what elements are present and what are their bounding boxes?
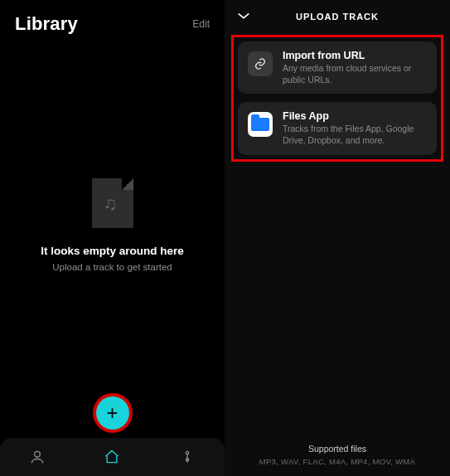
library-header: Library Edit [0, 0, 225, 35]
option-desc: Tracks from the Files App, Google Drive,… [283, 124, 427, 146]
add-track-button[interactable]: + [96, 396, 129, 430]
options-highlight: Import from URL Any media from cloud ser… [231, 35, 443, 162]
music-file-icon: ♫ [92, 178, 133, 228]
supported-formats: MP3, WAV, FLAC, M4A, MP4, MOV, WMA [225, 457, 450, 466]
supported-files: Supported files MP3, WAV, FLAC, M4A, MP4… [225, 444, 450, 466]
option-files-app[interactable]: Files App Tracks from the Files App, Goo… [238, 102, 437, 154]
bottom-tabbar [0, 438, 225, 476]
collapse-button[interactable] [236, 10, 251, 25]
upload-header: UPLOAD TRACK [225, 0, 450, 33]
link-icon [248, 51, 273, 76]
tab-settings[interactable] [162, 449, 212, 465]
option-title: Files App [283, 110, 427, 122]
svg-point-1 [186, 451, 188, 454]
tab-profile[interactable] [12, 449, 62, 465]
option-import-url[interactable]: Import from URL Any media from cloud ser… [238, 41, 437, 94]
plus-icon: + [106, 403, 118, 423]
chevron-down-icon [236, 10, 251, 22]
sliders-icon [179, 449, 196, 465]
option-title: Import from URL [283, 50, 427, 61]
option-desc: Any media from cloud services or public … [283, 63, 427, 85]
svg-point-0 [35, 451, 41, 457]
empty-subtitle: Upload a track to get started [52, 262, 172, 272]
tab-home[interactable] [87, 449, 137, 465]
library-screen: Library Edit ♫ It looks empty around her… [0, 0, 225, 476]
upload-title: UPLOAD TRACK [296, 12, 379, 22]
home-icon [104, 449, 120, 465]
person-icon [29, 449, 46, 465]
library-title: Library [15, 13, 78, 35]
supported-label: Supported files [225, 444, 450, 454]
empty-title: It looks empty around here [41, 245, 184, 257]
add-button-highlight: + [93, 393, 133, 433]
upload-track-screen: UPLOAD TRACK Import from URL Any media f… [225, 0, 450, 476]
edit-button[interactable]: Edit [192, 18, 210, 30]
empty-state: ♫ It looks empty around here Upload a tr… [0, 178, 225, 272]
files-app-icon [248, 112, 273, 137]
